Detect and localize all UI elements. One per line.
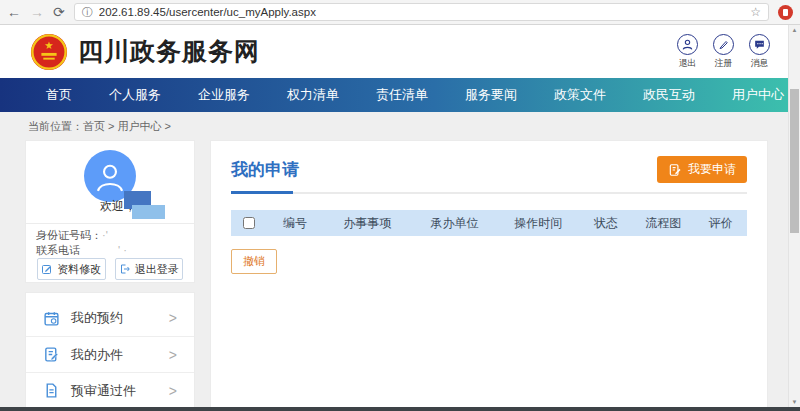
applications-table-header: 编号 办事事项 承办单位 操作时间 状态 流程图 评价 xyxy=(231,210,747,236)
reload-icon[interactable]: ⟳ xyxy=(53,5,65,19)
sidebar-item-label: 预审通过件 xyxy=(71,382,136,400)
panel-header: 我的申请 我要申请 xyxy=(231,156,747,194)
apply-document-icon xyxy=(668,163,682,177)
scroll-up-icon[interactable]: ▲ xyxy=(789,27,800,33)
chevron-right-icon: > xyxy=(169,383,177,399)
breadcrumb: 当前位置：首页 > 用户中心 > xyxy=(0,112,788,140)
register-action[interactable]: 注册 xyxy=(713,34,734,70)
nav-item-responsibility-list[interactable]: 责任清单 xyxy=(376,86,428,104)
browser-extension-icon[interactable] xyxy=(778,5,793,20)
id-number-label: 身份证号码： xyxy=(36,229,102,241)
nav-item-public-interaction[interactable]: 政民互动 xyxy=(643,86,695,104)
site-title: 四川政务服务网 xyxy=(78,35,260,68)
main-navigation: 首页 个人服务 企业服务 权力清单 责任清单 服务要闻 政策文件 政民互动 用户… xyxy=(0,78,788,112)
scroll-down-icon[interactable]: ▼ xyxy=(789,399,800,405)
column-header-flowchart: 流程图 xyxy=(632,215,694,232)
messages-action-label: 消息 xyxy=(751,57,769,70)
document-icon xyxy=(43,382,60,399)
message-icon xyxy=(749,34,770,55)
avatar-person-icon xyxy=(93,159,127,193)
browser-toolbar: ← → ⟳ ⓘ 202.61.89.45/usercenter/uc_myApp… xyxy=(0,0,800,25)
phone-label: 联系电话 xyxy=(36,244,80,256)
nav-item-enterprise-services[interactable]: 企业服务 xyxy=(198,86,250,104)
bookmark-star-icon[interactable]: ☆ xyxy=(750,5,761,19)
browser-window: ← → ⟳ ⓘ 202.61.89.45/usercenter/uc_myApp… xyxy=(0,0,800,411)
sidebar: 欢迎，刘 身份证号码：·' 联系电话' · xyxy=(25,140,195,411)
chevron-right-icon: > xyxy=(169,310,177,326)
logout-action[interactable]: 退出 xyxy=(677,34,698,70)
user-icon xyxy=(677,34,698,55)
chevron-right-icon: > xyxy=(169,347,177,363)
calendar-icon xyxy=(43,310,60,327)
url-text[interactable]: 202.61.89.45/usercenter/uc_myApply.aspx xyxy=(99,6,745,18)
vertical-scrollbar[interactable]: ▲ ▼ xyxy=(788,25,800,407)
page-title: 我的申请 xyxy=(231,158,299,181)
sidebar-item-pre-approved[interactable]: 预审通过件 > xyxy=(26,372,194,408)
site-header: ★ 四川政务服务网 退出 注册 xyxy=(0,25,788,78)
column-header-agency: 承办单位 xyxy=(412,215,497,232)
edit-profile-label: 资料修改 xyxy=(57,262,101,277)
nav-item-user-center[interactable]: 用户中心 xyxy=(732,86,784,104)
back-icon[interactable]: ← xyxy=(7,5,21,19)
nav-item-power-list[interactable]: 权力清单 xyxy=(287,86,339,104)
sidebar-item-label: 我的预约 xyxy=(71,309,123,327)
profile-divider xyxy=(26,223,194,224)
forward-icon[interactable]: → xyxy=(30,5,44,19)
apply-button[interactable]: 我要申请 xyxy=(657,156,747,183)
nav-item-personal-services[interactable]: 个人服务 xyxy=(109,86,161,104)
logout-action-label: 退出 xyxy=(679,57,697,70)
sidebar-item-label: 我的办件 xyxy=(71,346,123,364)
pencil-icon xyxy=(713,34,734,55)
apply-button-label: 我要申请 xyxy=(688,161,736,178)
revoke-button[interactable]: 撤销 xyxy=(231,249,277,274)
logout-button[interactable]: 退出登录 xyxy=(115,258,184,280)
content-area: 欢迎，刘 身份证号码：·' 联系电话' · xyxy=(0,140,788,411)
register-action-label: 注册 xyxy=(715,57,733,70)
site-logo[interactable]: ★ 四川政务服务网 xyxy=(30,33,260,71)
scrollbar-thumb[interactable] xyxy=(790,89,799,233)
nav-item-home[interactable]: 首页 xyxy=(46,86,72,104)
edit-profile-button[interactable]: 资料修改 xyxy=(37,258,106,280)
select-all-checkbox[interactable] xyxy=(243,217,255,229)
header-actions: 退出 注册 消息 xyxy=(677,34,770,70)
sidebar-menu: 我的预约 > 我的办件 > 预审通过件 > xyxy=(25,292,195,411)
column-header-item: 办事事项 xyxy=(323,215,412,232)
logout-button-label: 退出登录 xyxy=(135,262,179,277)
nav-item-service-news[interactable]: 服务要闻 xyxy=(465,86,517,104)
column-header-rating: 评价 xyxy=(694,215,747,232)
address-bar[interactable]: ⓘ 202.61.89.45/usercenter/uc_myApply.asp… xyxy=(74,3,769,21)
column-header-number: 编号 xyxy=(267,215,323,232)
profile-card: 欢迎，刘 身份证号码：·' 联系电话' · xyxy=(25,140,195,283)
id-number-value: ·' xyxy=(102,229,108,241)
column-header-status: 状态 xyxy=(579,215,632,232)
national-emblem-icon: ★ xyxy=(30,33,68,71)
profile-info: 身份证号码：·' 联系电话' · xyxy=(36,228,127,258)
screen-bottom-edge xyxy=(0,407,800,411)
name-redaction-block xyxy=(132,205,165,219)
my-applications-panel: 我的申请 我要申请 编号 办事事项 承办单位 操作时间 状态 流程图 评价 xyxy=(210,140,768,411)
logout-icon xyxy=(119,263,131,275)
sidebar-item-my-cases[interactable]: 我的办件 > xyxy=(26,336,194,372)
column-header-time: 操作时间 xyxy=(497,215,579,232)
sidebar-item-my-appointments[interactable]: 我的预约 > xyxy=(26,300,194,336)
page-info-icon[interactable]: ⓘ xyxy=(82,5,93,20)
svg-text:★: ★ xyxy=(44,40,53,51)
document-edit-icon xyxy=(43,346,60,363)
phone-value: ' · xyxy=(118,244,127,256)
nav-item-policy-documents[interactable]: 政策文件 xyxy=(554,86,606,104)
profile-buttons: 资料修改 退出登录 xyxy=(37,258,183,280)
edit-icon xyxy=(41,263,53,275)
messages-action[interactable]: 消息 xyxy=(749,34,770,70)
